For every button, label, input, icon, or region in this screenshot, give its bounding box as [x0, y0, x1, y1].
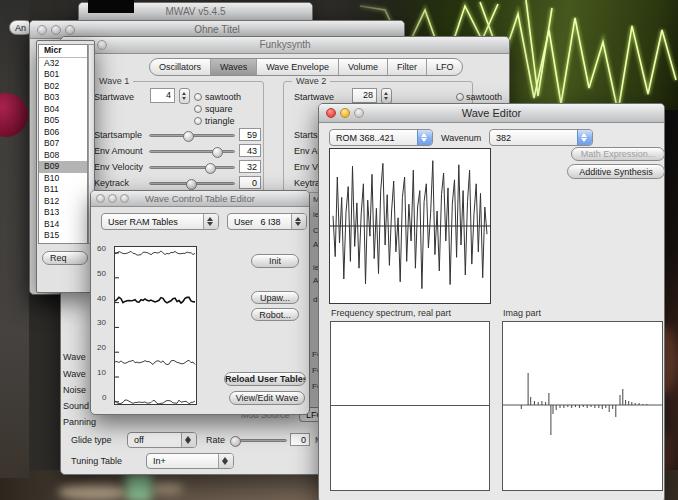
tuning-table-label: Tuning Table	[71, 456, 122, 466]
upaw-button[interactable]: Upaw...	[251, 291, 299, 304]
zoom-icon[interactable]	[97, 40, 107, 50]
analyze-button[interactable]: An	[9, 20, 29, 35]
list-item[interactable]: B01	[39, 69, 87, 81]
list-item[interactable]: B02	[39, 81, 87, 93]
mwav-main-window-edge: An	[0, 0, 29, 478]
sawtooth2-radio-label: sawtooth	[466, 92, 502, 102]
tab-waves[interactable]: Waves	[210, 59, 256, 75]
additive-synthesis-button[interactable]: Additive Synthesis	[567, 164, 665, 179]
sawtooth-radio-label: sawtooth	[205, 92, 241, 102]
imag-spectrum-display[interactable]	[502, 321, 663, 491]
wave-row-label: Wave	[63, 369, 86, 379]
startwave-label: Startwave	[94, 92, 134, 102]
close-icon[interactable]	[96, 194, 105, 203]
list-item[interactable]: B15	[39, 230, 87, 242]
ytick-10: 10	[97, 368, 106, 377]
keytrack-label: Keytrack	[94, 178, 129, 188]
list-item[interactable]: B11	[39, 184, 87, 196]
env-amount-slider[interactable]	[149, 150, 235, 153]
tab-filter[interactable]: Filter	[387, 59, 426, 75]
list-item-selected[interactable]: B09	[39, 161, 87, 173]
ytick-60: 60	[97, 244, 106, 253]
square-radio-label: square	[205, 104, 233, 114]
list-item[interactable]: A32	[39, 58, 87, 70]
panning-row-label: Panning	[63, 417, 96, 427]
sound-row-label: Sound	[63, 401, 89, 411]
keytrack-slider[interactable]	[149, 182, 235, 185]
math-expression-button: Math Expression...	[571, 147, 665, 161]
ytick-20: 20	[97, 343, 106, 352]
tuning-table-popup[interactable]: In+	[146, 453, 234, 469]
robot-button[interactable]: Robot...	[251, 308, 299, 321]
list-item[interactable]: B04	[39, 104, 87, 116]
sawtooth2-radio[interactable]	[456, 93, 464, 101]
startwave2-field[interactable]: 28	[352, 88, 377, 103]
env-amount-value[interactable]: 43	[239, 144, 261, 157]
zoom-icon[interactable]	[120, 194, 129, 203]
table-user-popup[interactable]: User 6 I38	[227, 213, 307, 230]
startwave2-stepper[interactable]	[381, 88, 392, 104]
triangle-radio-label: triangle	[205, 116, 235, 126]
list-item[interactable]: B05	[39, 115, 87, 127]
red-knob[interactable]	[0, 93, 28, 137]
wave1-group: Wave 1 Startwave 4 sawtooth square trian…	[86, 81, 264, 193]
rate-slider[interactable]	[231, 439, 287, 442]
keytrack-value[interactable]: 0	[239, 176, 261, 189]
sawtooth-radio[interactable]	[194, 93, 202, 101]
list-item[interactable]: B12	[39, 196, 87, 208]
real-spectrum-display[interactable]	[330, 321, 490, 491]
zoom-icon[interactable]	[65, 25, 75, 35]
zoom-icon[interactable]	[354, 108, 364, 118]
glide-type-popup[interactable]: off	[127, 432, 197, 448]
minimize-icon[interactable]	[340, 108, 350, 118]
wave-editor-window[interactable]: Wave Editor ROM 368..421 Wavenum 382 Mat…	[318, 103, 665, 500]
reload-user-tables-button[interactable]: Reload User Tables	[224, 372, 306, 386]
wavenum-label: Wavenum	[441, 133, 481, 143]
init-button[interactable]: Init	[251, 254, 299, 268]
wave-editor-titlebar[interactable]: Wave Editor	[319, 104, 664, 123]
env-velocity-slider[interactable]	[149, 166, 235, 169]
triangle-radio[interactable]	[194, 117, 202, 125]
list-item[interactable]: B07	[39, 138, 87, 150]
startsample-value[interactable]: 59	[239, 128, 261, 141]
list-item[interactable]: B08	[39, 150, 87, 162]
ytick-0: 0	[102, 393, 106, 402]
wavenum-popup[interactable]: 382	[489, 129, 593, 146]
wave-row-label: Wave	[63, 352, 86, 362]
request-button[interactable]: Req	[42, 251, 88, 265]
table-bank-popup[interactable]: User RAM Tables	[101, 213, 219, 230]
list-item[interactable]: B10	[39, 173, 87, 185]
tab-wave-envelope[interactable]: Wave Envelope	[256, 59, 338, 75]
view-edit-wave-button[interactable]: View/Edit Wave	[229, 391, 305, 405]
imag-spectrum-label: Imag part	[503, 308, 541, 318]
tab-lfo[interactable]: LFO	[426, 59, 463, 75]
wave1-legend: Wave 1	[95, 76, 133, 86]
close-icon[interactable]	[326, 108, 336, 118]
ytick-50: 50	[97, 269, 106, 278]
list-item[interactable]: B06	[39, 127, 87, 139]
funkysynth-titlebar[interactable]: Funkysynth	[61, 37, 509, 54]
minimize-icon[interactable]	[51, 25, 61, 35]
wave-control-table-editor-window[interactable]: Wave Control Table Editor User RAM Table…	[90, 190, 310, 415]
env-velocity-value[interactable]: 32	[239, 160, 261, 173]
close-icon[interactable]	[37, 25, 47, 35]
tab-oscillators[interactable]: Oscillators	[150, 59, 210, 75]
list-item[interactable]: B14	[39, 219, 87, 231]
startwave2-label: Startwave	[294, 92, 334, 102]
microtuning-list-panel[interactable]: Micr A32 B01 B02 B03 B04 B05 B06 B07 B08…	[36, 40, 95, 293]
rate-value[interactable]: 0	[290, 433, 310, 446]
tab-volume[interactable]: Volume	[338, 59, 387, 75]
startwave-stepper[interactable]	[179, 88, 190, 104]
rom-range-popup[interactable]: ROM 368..421	[329, 129, 433, 146]
list-item[interactable]: B16	[39, 242, 87, 245]
waveform-display[interactable]	[329, 148, 491, 304]
glide-type-label: Glide type	[71, 435, 112, 445]
table-plot[interactable]	[114, 246, 197, 405]
list-item[interactable]: B03	[39, 92, 87, 104]
list-item[interactable]: B13	[39, 207, 87, 219]
minimize-icon[interactable]	[108, 194, 117, 203]
startsample-slider[interactable]	[149, 134, 235, 137]
clipped-fragment: d	[313, 295, 317, 304]
startwave-field[interactable]: 4	[150, 88, 175, 103]
square-radio[interactable]	[194, 105, 202, 113]
